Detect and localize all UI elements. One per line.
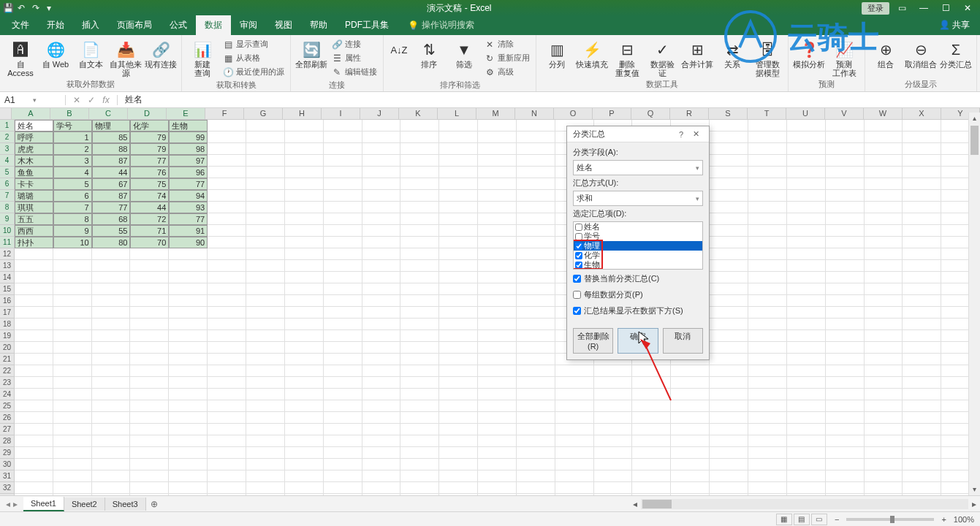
cell[interactable] xyxy=(400,120,439,132)
cell[interactable] xyxy=(246,354,285,365)
sort-button[interactable]: ⇅排序 xyxy=(413,37,445,69)
cell[interactable] xyxy=(400,470,439,482)
cell[interactable] xyxy=(632,424,671,435)
cell[interactable] xyxy=(400,342,439,354)
cell[interactable] xyxy=(439,155,478,167)
cell[interactable] xyxy=(92,424,131,435)
cell[interactable] xyxy=(362,132,401,143)
cell[interactable] xyxy=(478,365,517,377)
cell[interactable] xyxy=(903,295,941,307)
cell[interactable] xyxy=(594,412,633,424)
row-header[interactable]: 21 xyxy=(0,354,15,365)
cell[interactable] xyxy=(748,132,787,143)
cell[interactable] xyxy=(53,377,92,389)
cell[interactable] xyxy=(208,120,246,132)
cell[interactable] xyxy=(439,459,478,470)
cell[interactable] xyxy=(826,354,865,365)
cell[interactable] xyxy=(53,447,92,459)
cell[interactable] xyxy=(478,190,517,202)
cell[interactable] xyxy=(865,482,903,494)
cell[interactable] xyxy=(748,283,787,295)
cell[interactable] xyxy=(903,307,941,319)
cell[interactable] xyxy=(903,400,941,412)
cell[interactable] xyxy=(710,435,748,447)
cell[interactable] xyxy=(362,155,401,167)
cell[interactable] xyxy=(439,272,478,283)
cell[interactable] xyxy=(439,283,478,295)
cell[interactable] xyxy=(92,459,131,470)
column-header[interactable]: D xyxy=(128,108,167,119)
cell[interactable] xyxy=(710,365,748,377)
cell[interactable] xyxy=(400,330,439,342)
cell[interactable] xyxy=(478,482,517,494)
cell[interactable] xyxy=(903,482,941,494)
cell[interactable] xyxy=(478,412,517,424)
cell[interactable] xyxy=(594,447,633,459)
cell[interactable] xyxy=(362,237,401,248)
cell[interactable] xyxy=(439,225,478,237)
cell[interactable] xyxy=(594,424,633,435)
row-header[interactable]: 6 xyxy=(0,178,15,190)
cell[interactable] xyxy=(517,330,555,342)
cell[interactable] xyxy=(400,143,439,155)
cell[interactable] xyxy=(285,225,324,237)
tell-me-search[interactable]: 💡 操作说明搜索 xyxy=(405,15,477,35)
row-header[interactable]: 25 xyxy=(0,400,15,412)
cell[interactable] xyxy=(478,178,517,190)
cell[interactable] xyxy=(246,365,285,377)
cell[interactable] xyxy=(748,412,787,424)
cell[interactable] xyxy=(400,225,439,237)
cell[interactable] xyxy=(53,319,92,330)
row-header[interactable]: 22 xyxy=(0,365,15,377)
cell[interactable] xyxy=(903,342,941,354)
cell[interactable] xyxy=(517,459,555,470)
cell[interactable] xyxy=(169,377,208,389)
cell[interactable] xyxy=(246,330,285,342)
cell[interactable] xyxy=(53,342,92,354)
cell[interactable] xyxy=(865,272,903,283)
cell[interactable] xyxy=(246,342,285,354)
cell[interactable] xyxy=(130,459,169,470)
column-header[interactable]: K xyxy=(399,108,438,119)
cell[interactable] xyxy=(285,354,324,365)
cell[interactable] xyxy=(710,143,748,155)
cell[interactable] xyxy=(362,295,401,307)
cell[interactable] xyxy=(903,470,941,482)
page-break-checkbox[interactable]: 每组数据分页(P) xyxy=(573,288,703,302)
cell[interactable] xyxy=(362,307,401,319)
qat-dropdown-icon[interactable]: ▾ xyxy=(47,3,57,13)
row-header[interactable]: 17 xyxy=(0,307,15,319)
cell[interactable] xyxy=(671,412,710,424)
cell[interactable] xyxy=(748,470,787,482)
enter-formula-icon[interactable]: ✓ xyxy=(85,95,98,105)
cell[interactable] xyxy=(169,330,208,342)
cell[interactable] xyxy=(208,435,246,447)
cell[interactable] xyxy=(246,435,285,447)
cell[interactable] xyxy=(439,470,478,482)
remove-duplicates-button[interactable]: ⊟删除 重复值 xyxy=(611,37,643,77)
from-text-button[interactable]: 📄自文本 xyxy=(75,37,107,69)
cell[interactable] xyxy=(246,283,285,295)
cell[interactable] xyxy=(555,459,594,470)
cell[interactable] xyxy=(478,307,517,319)
cell[interactable] xyxy=(826,202,865,213)
cell[interactable] xyxy=(285,470,324,482)
cell[interactable] xyxy=(671,482,710,494)
cell[interactable] xyxy=(594,389,633,400)
cell[interactable] xyxy=(903,447,941,459)
cell[interactable] xyxy=(362,365,401,377)
cell[interactable] xyxy=(478,155,517,167)
cell[interactable] xyxy=(632,470,671,482)
cell[interactable] xyxy=(285,342,324,354)
column-header[interactable]: E xyxy=(167,108,205,119)
cell[interactable] xyxy=(710,424,748,435)
cell[interactable]: 卡卡 xyxy=(15,178,53,190)
column-header[interactable]: M xyxy=(476,108,515,119)
cell[interactable]: 75 xyxy=(130,178,169,190)
cell[interactable] xyxy=(748,400,787,412)
cell[interactable] xyxy=(632,447,671,459)
cell[interactable] xyxy=(710,132,748,143)
cell[interactable] xyxy=(400,178,439,190)
cell[interactable] xyxy=(92,295,131,307)
cell[interactable] xyxy=(246,213,285,225)
